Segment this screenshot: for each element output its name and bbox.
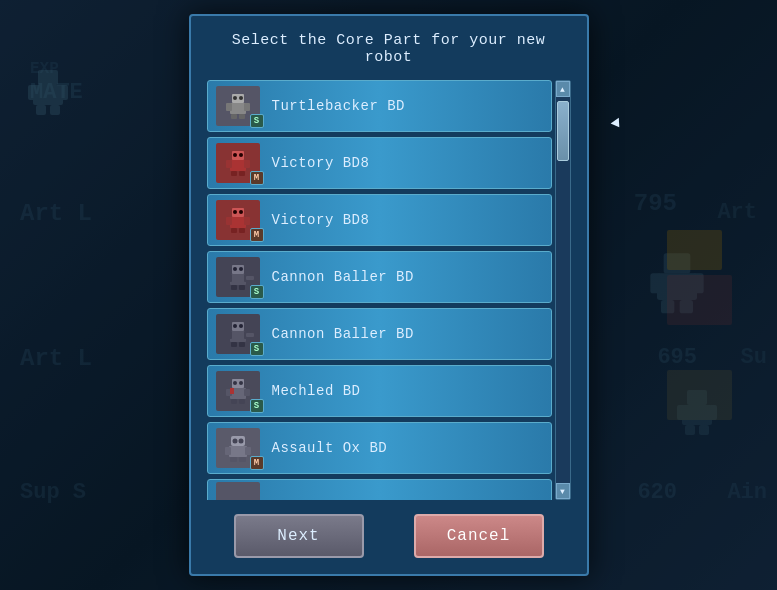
- cancel-button[interactable]: Cancel: [414, 514, 544, 558]
- item-name: Mechled BD: [272, 383, 361, 399]
- svg-point-49: [239, 267, 243, 271]
- list-item[interactable]: [207, 479, 552, 500]
- svg-rect-22: [231, 114, 237, 119]
- svg-point-25: [239, 96, 243, 100]
- item-icon: S: [212, 312, 264, 356]
- list-item[interactable]: S Turtlebacker BD: [207, 80, 552, 132]
- svg-rect-73: [230, 457, 237, 462]
- svg-point-66: [233, 381, 237, 385]
- tier-badge: S: [250, 399, 264, 413]
- svg-point-41: [239, 210, 243, 214]
- item-name: Turtlebacker BD: [272, 98, 406, 114]
- item-icon: M: [212, 198, 264, 242]
- tier-badge: M: [250, 228, 264, 242]
- item-name: Victory BD8: [272, 212, 370, 228]
- svg-rect-36: [226, 217, 232, 225]
- tier-badge: S: [250, 342, 264, 356]
- dialog-buttons: Next Cancel: [207, 514, 571, 558]
- svg-rect-65: [239, 399, 245, 404]
- item-icon: S: [212, 255, 264, 299]
- list-item[interactable]: S Mechled BD: [207, 365, 552, 417]
- svg-rect-53: [226, 331, 232, 339]
- items-list-container: S Turtlebacker BD: [207, 80, 571, 500]
- item-name: Cannon Baller BD: [272, 326, 414, 342]
- svg-rect-37: [244, 217, 250, 225]
- svg-rect-27: [230, 160, 246, 171]
- item-name: Victory BD8: [272, 155, 370, 171]
- svg-rect-29: [244, 160, 250, 168]
- scrollbar: ▲ ▼: [555, 80, 571, 500]
- item-icon: S: [212, 369, 264, 413]
- next-button[interactable]: Next: [234, 514, 364, 558]
- item-icon: M: [212, 141, 264, 185]
- svg-rect-28: [226, 160, 232, 168]
- select-core-part-dialog: Select the Core Part for your new robot: [189, 14, 589, 576]
- item-icon: [212, 479, 264, 500]
- svg-rect-56: [239, 342, 245, 347]
- svg-rect-52: [230, 331, 246, 342]
- dialog-title: Select the Core Part for your new robot: [207, 32, 571, 66]
- list-item[interactable]: M Assault Ox BD: [207, 422, 552, 474]
- svg-point-33: [239, 153, 243, 157]
- list-item[interactable]: S Cannon Baller BD: [207, 308, 552, 360]
- list-item[interactable]: M Victory BD8: [207, 194, 552, 246]
- svg-rect-47: [239, 285, 245, 290]
- item-icon: S: [212, 84, 264, 128]
- tier-badge: M: [250, 456, 264, 470]
- svg-point-32: [233, 153, 237, 157]
- svg-rect-43: [230, 274, 246, 285]
- scroll-up-button[interactable]: ▲: [556, 81, 570, 97]
- svg-rect-55: [231, 342, 237, 347]
- svg-rect-39: [239, 228, 245, 233]
- svg-point-58: [239, 324, 243, 328]
- svg-rect-68: [230, 388, 234, 394]
- scroll-track: [556, 97, 570, 483]
- svg-rect-21: [244, 103, 250, 111]
- svg-rect-46: [231, 285, 237, 290]
- svg-rect-59: [246, 333, 254, 337]
- svg-point-76: [238, 439, 243, 444]
- svg-point-57: [233, 324, 237, 328]
- svg-rect-50: [246, 276, 254, 280]
- svg-rect-71: [225, 447, 231, 455]
- svg-point-67: [239, 381, 243, 385]
- svg-rect-63: [244, 389, 250, 396]
- svg-point-24: [233, 96, 237, 100]
- svg-rect-70: [229, 446, 247, 457]
- svg-rect-44: [226, 274, 232, 282]
- scroll-thumb[interactable]: [557, 101, 569, 161]
- svg-point-40: [233, 210, 237, 214]
- svg-rect-74: [239, 457, 246, 462]
- svg-point-75: [232, 439, 237, 444]
- icon-bg: [216, 482, 260, 500]
- svg-rect-30: [231, 171, 237, 176]
- svg-rect-31: [239, 171, 245, 176]
- svg-rect-23: [239, 114, 245, 119]
- svg-rect-72: [245, 447, 251, 455]
- scroll-down-button[interactable]: ▼: [556, 483, 570, 499]
- tier-badge: S: [250, 285, 264, 299]
- item-name: Assault Ox BD: [272, 440, 388, 456]
- tier-badge: M: [250, 171, 264, 185]
- item-name: Cannon Baller BD: [272, 269, 414, 285]
- svg-rect-38: [231, 228, 237, 233]
- tier-badge: S: [250, 114, 264, 128]
- svg-point-48: [233, 267, 237, 271]
- svg-rect-35: [230, 217, 246, 228]
- svg-rect-64: [231, 399, 237, 404]
- list-item[interactable]: M Victory BD8: [207, 137, 552, 189]
- robot-parts-list: S Turtlebacker BD: [207, 80, 552, 500]
- svg-rect-19: [230, 103, 246, 114]
- svg-rect-20: [226, 103, 232, 111]
- list-item[interactable]: S Cannon Baller BD: [207, 251, 552, 303]
- item-icon: M: [212, 426, 264, 470]
